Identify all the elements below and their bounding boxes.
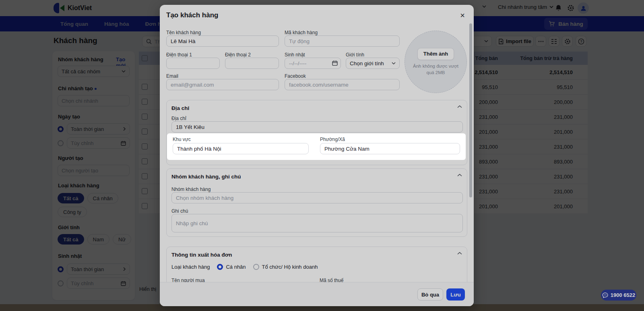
region-ward-row: Khu vực Phường/Xã	[167, 133, 466, 160]
chevron-down-icon	[392, 62, 396, 65]
support-phone: 1900 6522	[611, 292, 635, 298]
radio-selected	[217, 264, 223, 270]
group-label: Nhóm khách hàng	[171, 187, 211, 192]
address-label: Địa chỉ	[171, 116, 186, 121]
skip-button[interactable]: Bỏ qua	[417, 288, 443, 301]
modal-title: Tạo khách hàng	[166, 11, 218, 19]
region-label: Khu vực	[173, 137, 191, 142]
chat-bubble-icon	[602, 292, 608, 298]
photo-size-hint: Ảnh không được vượt quá 2MB	[410, 63, 462, 76]
support-chat-badge[interactable]: 1900 6522	[601, 290, 636, 301]
address-section-title: Địa chỉ	[171, 105, 189, 111]
name-field-wrap	[166, 35, 279, 47]
code-field-wrap	[285, 35, 400, 47]
save-button[interactable]: Lưu	[446, 288, 465, 301]
option-organization[interactable]: Tổ chức/ Hộ kinh doanh	[253, 264, 318, 270]
region-input[interactable]	[173, 143, 309, 154]
birthday-input[interactable]	[285, 58, 341, 69]
invoice-type-row: Loại khách hàng Cá nhân Tổ chức/ Hộ kinh…	[171, 264, 318, 270]
collapse-chevron-up-icon[interactable]	[457, 105, 462, 108]
note-textarea[interactable]	[171, 214, 463, 232]
gender-label: Giới tính	[346, 52, 364, 58]
invoice-section-title: Thông tin xuất hóa đơn	[171, 252, 232, 258]
email-label: Email	[166, 73, 178, 79]
invoice-type-label: Loại khách hàng	[171, 264, 210, 270]
collapse-chevron-up-icon[interactable]	[457, 252, 462, 255]
phone2-label: Điện thoại 2	[225, 52, 251, 58]
modal-scrollbar[interactable]	[469, 23, 472, 197]
ward-input[interactable]	[320, 143, 460, 154]
gender-select-value: Chọn giới tính	[350, 60, 384, 66]
add-photo-button[interactable]: Thêm ảnh	[417, 48, 454, 60]
option-personal-label: Cá nhân	[226, 264, 246, 270]
collapse-chevron-up-icon[interactable]	[457, 174, 462, 177]
radio-unselected	[253, 264, 259, 270]
email-field-wrap	[166, 79, 279, 90]
phone2-field-wrap	[225, 58, 279, 69]
ward-field-wrap	[320, 143, 460, 154]
phone2-input[interactable]	[225, 58, 279, 69]
group-input[interactable]	[171, 192, 463, 203]
name-label: Tên khách hàng	[166, 30, 201, 35]
address-input[interactable]	[171, 121, 463, 133]
name-input[interactable]	[166, 35, 279, 47]
create-customer-modal: Tạo khách hàng × Tên khách hàng Mã khách…	[160, 5, 474, 306]
gender-select[interactable]: Chọn giới tính	[346, 58, 400, 69]
modal-footer: Bỏ qua Lưu	[160, 282, 474, 306]
birthday-label: Sinh nhật	[285, 52, 305, 58]
facebook-input[interactable]	[285, 79, 400, 90]
group-section-title: Nhóm khách hàng, ghi chú	[171, 174, 241, 180]
birthday-field-wrap	[285, 58, 341, 69]
phone1-label: Điện thoại 1	[166, 52, 192, 58]
group-field-wrap	[171, 192, 463, 203]
phone1-field-wrap	[166, 58, 220, 69]
note-field-wrap	[171, 214, 463, 232]
group-note-section: Nhóm khách hàng, ghi chú Nhóm khách hàng…	[166, 168, 467, 237]
code-label: Mã khách hàng	[285, 30, 318, 35]
screenshot-root: KiotViet Chi nhánh trung tâm Tổng quanHà…	[0, 0, 644, 311]
region-field-wrap	[173, 143, 309, 154]
phone1-input[interactable]	[166, 58, 220, 69]
option-personal[interactable]: Cá nhân	[217, 264, 246, 270]
address-field-wrap	[171, 121, 463, 133]
ward-label: Phường/Xã	[320, 137, 345, 142]
code-input[interactable]	[285, 35, 400, 47]
note-label: Ghi chú	[171, 208, 188, 214]
close-icon[interactable]: ×	[458, 10, 467, 20]
email-input[interactable]	[166, 79, 279, 90]
customer-photo-uploader: Thêm ảnh Ảnh không được vượt quá 2MB	[405, 31, 467, 93]
option-org-label: Tổ chức/ Hộ kinh doanh	[262, 264, 318, 270]
facebook-label: Facebook	[285, 73, 306, 79]
facebook-field-wrap	[285, 79, 400, 90]
